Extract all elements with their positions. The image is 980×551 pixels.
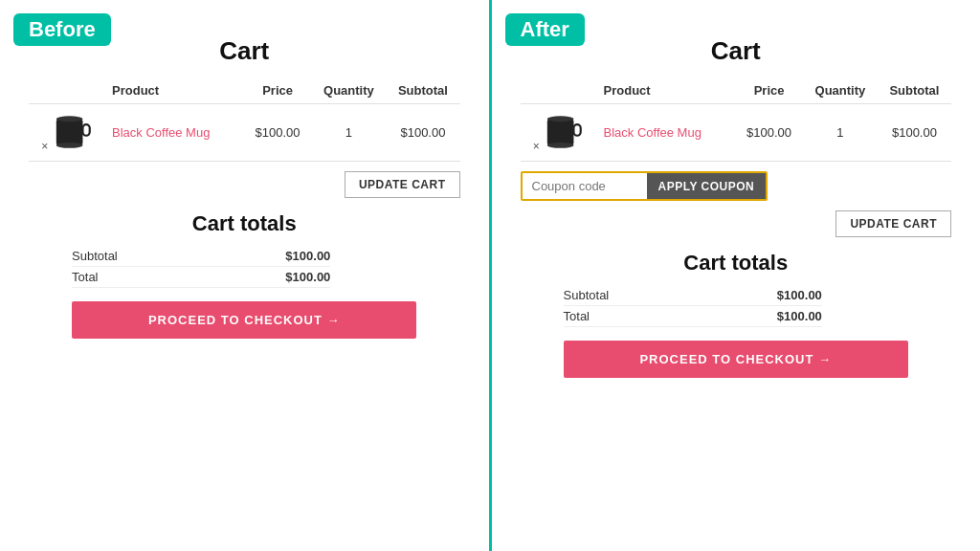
remove-cell[interactable]: × (29, 104, 108, 162)
table-row: × Black Coffee Mug $100.00 1 $100.00 (29, 104, 460, 162)
before-total-row: Total $100.00 (72, 267, 330, 288)
before-badge: Before (13, 13, 111, 46)
apply-coupon-button[interactable]: APPLY COUPON (647, 173, 767, 199)
before-panel: Before Cart Product Price Quantity Subto… (0, 0, 492, 551)
after-total-row: Total $100.00 (564, 306, 822, 327)
before-totals-table: Subtotal $100.00 Total $100.00 (72, 246, 330, 288)
product-name-cell-after: Black Coffee Mug (600, 104, 736, 162)
coupon-row: APPLY COUPON (521, 171, 952, 201)
after-totals-table: Subtotal $100.00 Total $100.00 (564, 285, 822, 327)
price-cell: $100.00 (244, 104, 312, 162)
quantity-cell-after: 1 (803, 104, 878, 162)
product-image-after (543, 112, 587, 150)
col-remove-after (521, 77, 600, 104)
col-remove (29, 77, 108, 104)
after-update-cart-button[interactable]: UPDATE CART (835, 210, 951, 237)
col-price-after: Price (735, 77, 803, 104)
after-cart-table: Product Price Quantity Subtotal × (521, 77, 952, 162)
before-proceed-button[interactable]: PROCEED TO CHECKOUT → (72, 301, 416, 339)
col-product-after: Product (600, 77, 736, 104)
col-product: Product (108, 77, 244, 104)
before-total-value: $100.00 (285, 270, 330, 284)
after-badge: After (505, 13, 585, 46)
before-subtotal-row: Subtotal $100.00 (72, 246, 330, 267)
remove-icon-after[interactable]: × (533, 140, 540, 153)
quantity-cell: 1 (311, 104, 386, 162)
svg-rect-0 (56, 119, 83, 145)
subtotal-cell-after: $100.00 (878, 104, 951, 162)
table-row-after: × Black Coffee Mug $100.00 1 $100.00 (521, 104, 952, 162)
svg-rect-5 (574, 124, 581, 136)
col-subtotal: Subtotal (386, 77, 459, 104)
after-update-row: UPDATE CART (521, 210, 952, 237)
after-proceed-button[interactable]: PROCEED TO CHECKOUT → (564, 341, 908, 378)
before-update-cart-button[interactable]: UPDATE CART (345, 171, 460, 198)
svg-rect-4 (547, 119, 574, 145)
col-price: Price (244, 77, 312, 104)
coupon-box: APPLY COUPON (521, 171, 768, 201)
col-quantity-after: Quantity (803, 77, 878, 104)
before-cart-title: Cart (219, 36, 269, 66)
after-cart-title: Cart (711, 36, 761, 66)
svg-point-3 (56, 143, 83, 148)
svg-rect-1 (82, 124, 89, 136)
before-update-row: UPDATE CART (29, 171, 460, 198)
product-image (52, 112, 96, 150)
after-subtotal-value: $100.00 (777, 288, 822, 302)
svg-point-6 (547, 116, 574, 121)
after-cart-totals-title: Cart totals (521, 251, 952, 276)
before-total-label: Total (72, 270, 98, 284)
after-subtotal-row: Subtotal $100.00 (564, 285, 822, 306)
remove-cell-after[interactable]: × (521, 104, 600, 162)
svg-point-7 (547, 143, 574, 148)
after-total-value: $100.00 (777, 309, 822, 323)
before-subtotal-label: Subtotal (72, 249, 118, 263)
before-cart-totals-title: Cart totals (29, 211, 460, 236)
coupon-input[interactable] (523, 173, 647, 199)
product-link[interactable]: Black Coffee Mug (112, 125, 210, 140)
before-cart-table: Product Price Quantity Subtotal × (29, 77, 460, 162)
price-cell-after: $100.00 (735, 104, 803, 162)
product-name-cell: Black Coffee Mug (108, 104, 244, 162)
after-total-label: Total (564, 309, 590, 323)
remove-icon[interactable]: × (41, 140, 48, 153)
after-panel: After Cart Product Price Quantity Subtot… (492, 0, 981, 551)
before-subtotal-value: $100.00 (285, 249, 330, 263)
col-subtotal-after: Subtotal (878, 77, 951, 104)
subtotal-cell: $100.00 (386, 104, 459, 162)
col-quantity: Quantity (311, 77, 386, 104)
product-link-after[interactable]: Black Coffee Mug (604, 125, 702, 140)
after-subtotal-label: Subtotal (564, 288, 610, 302)
svg-point-2 (56, 116, 83, 121)
